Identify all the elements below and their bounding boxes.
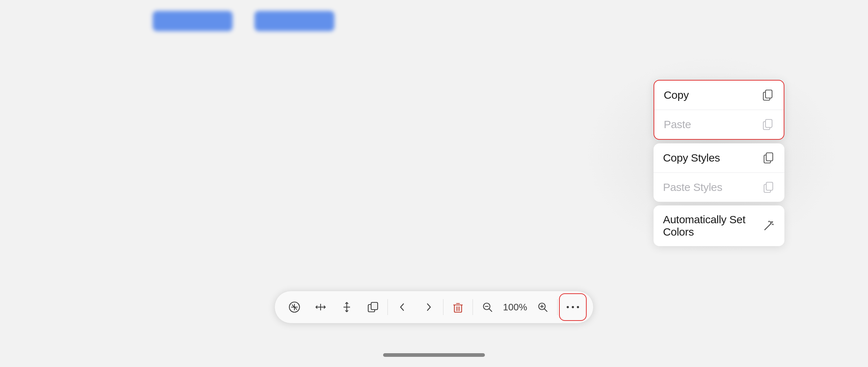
auto-colors-section: Automatically Set Colors [654, 205, 784, 246]
separator-3 [473, 299, 473, 315]
copy-label: Copy [664, 89, 689, 101]
toolbar: 100% [274, 291, 594, 323]
copy-styles-icon [762, 151, 775, 164]
paste-styles-icon [762, 181, 775, 194]
paste-icon [761, 118, 774, 131]
cursor-tool-button[interactable] [281, 294, 308, 320]
separator-2 [443, 299, 443, 315]
svg-rect-3 [765, 119, 772, 127]
svg-point-39 [567, 306, 569, 308]
blurred-box-1 [153, 11, 233, 31]
duplicate-button[interactable] [360, 294, 386, 320]
expand-v-button[interactable] [334, 294, 360, 320]
styles-section: Copy Styles Paste Styles [654, 143, 784, 202]
svg-rect-5 [766, 153, 773, 161]
svg-line-8 [765, 224, 771, 230]
copy-icon [761, 89, 774, 102]
delete-button[interactable] [445, 294, 471, 320]
blurred-box-2 [254, 11, 334, 31]
svg-line-15 [773, 224, 773, 225]
canvas: Copy Paste [0, 0, 868, 367]
svg-point-40 [572, 306, 574, 308]
paste-styles-menu-item[interactable]: Paste Styles [654, 173, 784, 202]
svg-rect-25 [371, 302, 378, 310]
separator-1 [387, 299, 388, 315]
zoom-in-button[interactable] [530, 294, 556, 320]
separator-4 [557, 299, 558, 315]
svg-rect-7 [766, 182, 773, 190]
svg-point-41 [577, 306, 579, 308]
svg-line-34 [489, 309, 492, 311]
copy-styles-menu-item[interactable]: Copy Styles [654, 143, 784, 173]
paste-label: Paste [664, 118, 691, 131]
copy-styles-label: Copy Styles [663, 152, 720, 164]
back-button[interactable] [389, 294, 415, 320]
auto-colors-menu-item[interactable]: Automatically Set Colors [654, 205, 784, 246]
paste-menu-item[interactable]: Paste [654, 110, 784, 139]
svg-line-38 [544, 309, 547, 311]
context-menu: Copy Paste [654, 80, 784, 246]
magic-icon [763, 219, 775, 232]
svg-rect-1 [765, 90, 772, 98]
copy-paste-section: Copy Paste [654, 80, 784, 140]
paste-styles-label: Paste Styles [663, 181, 722, 193]
forward-button[interactable] [415, 294, 442, 320]
copy-menu-item[interactable]: Copy [654, 81, 784, 110]
expand-h-button[interactable] [308, 294, 334, 320]
home-bar [383, 353, 485, 357]
zoom-out-button[interactable] [474, 294, 501, 320]
svg-line-13 [769, 221, 770, 222]
auto-colors-label: Automatically Set Colors [663, 213, 763, 238]
blurred-elements-group [153, 11, 334, 31]
more-button[interactable] [559, 293, 587, 321]
zoom-level-label: 100% [501, 302, 530, 313]
